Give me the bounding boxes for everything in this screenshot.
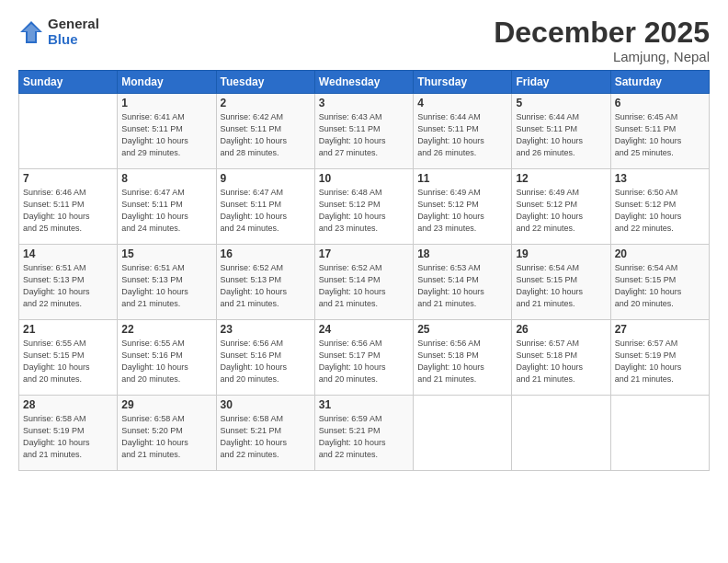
month-title: December 2025 (494, 17, 710, 49)
day-info: Sunrise: 6:55 AM Sunset: 5:16 PM Dayligh… (121, 338, 211, 385)
calendar-cell: 20Sunrise: 6:54 AM Sunset: 5:15 PM Dayli… (610, 245, 709, 320)
week-row-0: 1Sunrise: 6:41 AM Sunset: 5:11 PM Daylig… (19, 94, 710, 169)
day-info: Sunrise: 6:41 AM Sunset: 5:11 PM Dayligh… (121, 111, 211, 159)
header-friday: Friday (512, 71, 610, 94)
day-number: 5 (516, 97, 606, 109)
day-number: 11 (417, 172, 507, 185)
day-info: Sunrise: 6:53 AM Sunset: 5:14 PM Dayligh… (417, 262, 507, 310)
calendar-body: 1Sunrise: 6:41 AM Sunset: 5:11 PM Daylig… (19, 94, 710, 471)
day-number: 22 (121, 323, 211, 336)
calendar-cell: 21Sunrise: 6:55 AM Sunset: 5:15 PM Dayli… (19, 320, 118, 396)
calendar-cell: 27Sunrise: 6:57 AM Sunset: 5:19 PM Dayli… (610, 320, 709, 396)
svg-marker-1 (23, 24, 40, 41)
day-info: Sunrise: 6:45 AM Sunset: 5:11 PM Dayligh… (615, 111, 705, 159)
day-info: Sunrise: 6:44 AM Sunset: 5:11 PM Dayligh… (417, 111, 507, 159)
calendar-table: SundayMondayTuesdayWednesdayThursdayFrid… (18, 70, 710, 471)
day-info: Sunrise: 6:47 AM Sunset: 5:11 PM Dayligh… (221, 187, 311, 235)
day-info: Sunrise: 6:56 AM Sunset: 5:17 PM Dayligh… (319, 338, 409, 385)
day-number: 4 (417, 97, 507, 109)
week-row-1: 7Sunrise: 6:46 AM Sunset: 5:11 PM Daylig… (19, 169, 710, 245)
day-info: Sunrise: 6:49 AM Sunset: 5:12 PM Dayligh… (417, 187, 507, 235)
header-sunday: Sunday (19, 71, 118, 94)
calendar-cell: 17Sunrise: 6:52 AM Sunset: 5:14 PM Dayli… (314, 245, 413, 320)
day-number: 29 (121, 398, 211, 411)
calendar-cell: 28Sunrise: 6:58 AM Sunset: 5:19 PM Dayli… (19, 396, 118, 471)
day-info: Sunrise: 6:56 AM Sunset: 5:18 PM Dayligh… (417, 338, 507, 385)
logo-general: General (48, 17, 99, 32)
calendar-cell: 5Sunrise: 6:44 AM Sunset: 5:11 PM Daylig… (512, 94, 610, 169)
day-info: Sunrise: 6:50 AM Sunset: 5:12 PM Dayligh… (615, 187, 705, 235)
calendar-cell: 19Sunrise: 6:54 AM Sunset: 5:15 PM Dayli… (512, 245, 610, 320)
calendar-cell: 30Sunrise: 6:58 AM Sunset: 5:21 PM Dayli… (216, 396, 314, 471)
day-info: Sunrise: 6:54 AM Sunset: 5:15 PM Dayligh… (516, 262, 606, 310)
day-number: 31 (319, 398, 409, 411)
day-number: 1 (121, 97, 211, 109)
calendar-cell: 31Sunrise: 6:59 AM Sunset: 5:21 PM Dayli… (314, 396, 413, 471)
calendar-cell (610, 396, 709, 471)
day-number: 19 (516, 247, 606, 260)
calendar-cell (414, 396, 512, 471)
calendar-cell (19, 94, 118, 169)
day-info: Sunrise: 6:48 AM Sunset: 5:12 PM Dayligh… (319, 187, 409, 235)
day-info: Sunrise: 6:55 AM Sunset: 5:15 PM Dayligh… (23, 338, 113, 385)
day-number: 26 (516, 323, 606, 336)
day-number: 14 (23, 247, 113, 260)
day-number: 8 (121, 172, 211, 185)
day-info: Sunrise: 6:49 AM Sunset: 5:12 PM Dayligh… (516, 187, 606, 235)
day-info: Sunrise: 6:51 AM Sunset: 5:13 PM Dayligh… (23, 262, 113, 310)
location-subtitle: Lamjung, Nepal (494, 49, 710, 64)
day-info: Sunrise: 6:42 AM Sunset: 5:11 PM Dayligh… (221, 111, 311, 159)
day-info: Sunrise: 6:57 AM Sunset: 5:19 PM Dayligh… (615, 338, 705, 385)
calendar-cell: 1Sunrise: 6:41 AM Sunset: 5:11 PM Daylig… (118, 94, 216, 169)
day-number: 9 (221, 172, 311, 185)
day-info: Sunrise: 6:52 AM Sunset: 5:14 PM Dayligh… (319, 262, 409, 310)
day-number: 12 (516, 172, 606, 185)
calendar-cell: 7Sunrise: 6:46 AM Sunset: 5:11 PM Daylig… (19, 169, 118, 245)
day-number: 24 (319, 323, 409, 336)
calendar-cell: 10Sunrise: 6:48 AM Sunset: 5:12 PM Dayli… (314, 169, 413, 245)
calendar-cell: 25Sunrise: 6:56 AM Sunset: 5:18 PM Dayli… (414, 320, 512, 396)
calendar-cell: 29Sunrise: 6:58 AM Sunset: 5:20 PM Dayli… (118, 396, 216, 471)
day-number: 28 (23, 398, 113, 411)
title-block: December 2025 Lamjung, Nepal (494, 17, 710, 64)
calendar-cell: 23Sunrise: 6:56 AM Sunset: 5:16 PM Dayli… (216, 320, 314, 396)
day-info: Sunrise: 6:44 AM Sunset: 5:11 PM Dayligh… (516, 111, 606, 159)
calendar-cell: 15Sunrise: 6:51 AM Sunset: 5:13 PM Dayli… (118, 245, 216, 320)
logo-icon (18, 19, 44, 45)
day-number: 15 (121, 247, 211, 260)
calendar-cell: 26Sunrise: 6:57 AM Sunset: 5:18 PM Dayli… (512, 320, 610, 396)
header-monday: Monday (118, 71, 216, 94)
day-number: 20 (615, 247, 705, 260)
day-number: 13 (615, 172, 705, 185)
calendar-cell: 8Sunrise: 6:47 AM Sunset: 5:11 PM Daylig… (118, 169, 216, 245)
day-info: Sunrise: 6:59 AM Sunset: 5:21 PM Dayligh… (319, 413, 409, 461)
calendar-cell: 6Sunrise: 6:45 AM Sunset: 5:11 PM Daylig… (610, 94, 709, 169)
day-number: 3 (319, 97, 409, 109)
day-number: 25 (417, 323, 507, 336)
day-number: 16 (221, 247, 311, 260)
calendar-cell: 3Sunrise: 6:43 AM Sunset: 5:11 PM Daylig… (314, 94, 413, 169)
calendar-cell: 18Sunrise: 6:53 AM Sunset: 5:14 PM Dayli… (414, 245, 512, 320)
day-number: 27 (615, 323, 705, 336)
logo-blue: Blue (48, 32, 99, 48)
header-row-days: SundayMondayTuesdayWednesdayThursdayFrid… (19, 71, 710, 94)
day-info: Sunrise: 6:51 AM Sunset: 5:13 PM Dayligh… (121, 262, 211, 310)
day-number: 30 (221, 398, 311, 411)
week-row-3: 21Sunrise: 6:55 AM Sunset: 5:15 PM Dayli… (19, 320, 710, 396)
day-info: Sunrise: 6:56 AM Sunset: 5:16 PM Dayligh… (221, 338, 311, 385)
calendar-cell: 9Sunrise: 6:47 AM Sunset: 5:11 PM Daylig… (216, 169, 314, 245)
calendar-cell: 13Sunrise: 6:50 AM Sunset: 5:12 PM Dayli… (610, 169, 709, 245)
day-info: Sunrise: 6:47 AM Sunset: 5:11 PM Dayligh… (121, 187, 211, 235)
calendar-cell: 22Sunrise: 6:55 AM Sunset: 5:16 PM Dayli… (118, 320, 216, 396)
calendar-page: General Blue December 2025 Lamjung, Nepa… (0, 0, 728, 563)
day-info: Sunrise: 6:58 AM Sunset: 5:21 PM Dayligh… (221, 413, 311, 461)
calendar-cell: 2Sunrise: 6:42 AM Sunset: 5:11 PM Daylig… (216, 94, 314, 169)
day-number: 23 (221, 323, 311, 336)
header-wednesday: Wednesday (314, 71, 413, 94)
calendar-header: SundayMondayTuesdayWednesdayThursdayFrid… (19, 71, 710, 94)
calendar-cell: 14Sunrise: 6:51 AM Sunset: 5:13 PM Dayli… (19, 245, 118, 320)
logo-text: General Blue (48, 17, 99, 47)
header-tuesday: Tuesday (216, 71, 314, 94)
day-number: 2 (221, 97, 311, 109)
logo: General Blue (18, 17, 99, 47)
